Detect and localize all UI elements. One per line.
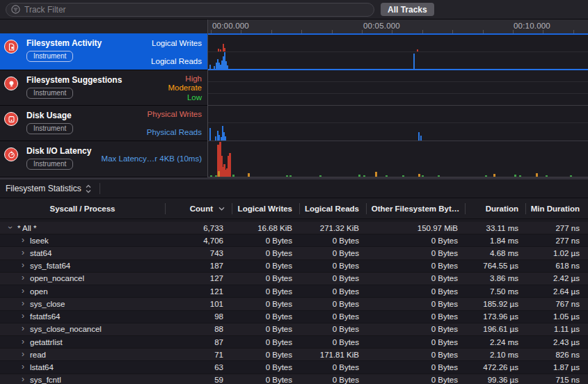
column-header-logical-writes[interactable]: Logical Writes [232, 198, 299, 218]
disclosure-icon[interactable]: › [19, 337, 26, 346]
disclosure-icon[interactable]: › [19, 323, 26, 333]
track-header-filesystem-suggestions[interactable]: Filesystem Suggestions Instrument High M… [0, 70, 207, 106]
column-header-logical-reads[interactable]: Logical Reads [299, 198, 366, 218]
cell-syscall: ›stat64 [0, 247, 165, 259]
cell-count: 87 [165, 336, 232, 348]
disclosure-icon[interactable]: › [19, 298, 26, 308]
disclosure-icon[interactable]: › [19, 235, 26, 245]
track-chart-disk-usage[interactable] [208, 106, 588, 141]
table-row[interactable]: ›fstatfs64980 Bytes0 Bytes0 Bytes173.96 … [0, 311, 588, 323]
track-header-disk-usage[interactable]: Disk Usage Instrument Physical Writes Ph… [0, 106, 207, 141]
ruler-tick-label: 00:10.000 [514, 22, 550, 30]
track-filter-field[interactable] [6, 3, 374, 17]
cell-duration: 764.55 µs [465, 260, 525, 272]
syscall-name: open_nocancel [30, 274, 84, 282]
table-row[interactable]: ›lseek4,7060 Bytes0 Bytes0 Bytes1.84 ms2… [0, 234, 588, 247]
track-chart-filesystem-activity[interactable] [208, 33, 588, 70]
lane-label-high: High [185, 74, 202, 83]
cell-logical-writes: 0 Bytes [232, 273, 299, 285]
toolbar: All Tracks [0, 0, 588, 19]
column-header-duration[interactable]: Duration [465, 198, 525, 218]
detail-panel: Filesystem Statistics Syscall / Process … [0, 177, 588, 384]
column-header-syscall-process[interactable]: Syscall / Process [0, 198, 165, 218]
lane-physical-writes[interactable] [208, 106, 588, 123]
lane-latency[interactable] [208, 141, 588, 177]
chart-spike [215, 175, 217, 177]
cell-duration: 196.61 µs [465, 323, 525, 335]
lane-logical-writes[interactable] [208, 35, 588, 52]
syscall-name: sys_fstat64 [30, 262, 70, 270]
lane-high[interactable] [208, 70, 588, 82]
cell-syscall: ›sys_close_nocancel [0, 323, 165, 335]
disclosure-icon[interactable]: › [6, 224, 15, 231]
column-header-count[interactable]: Count [165, 198, 232, 218]
table-row[interactable]: ›sys_close1010 Bytes0 Bytes0 Bytes185.92… [0, 298, 588, 310]
cell-logical-reads: 0 Bytes [299, 285, 366, 297]
chart-spike [286, 175, 288, 177]
chart-spike [218, 171, 220, 177]
lane-label-moderate: Moderate [168, 83, 202, 92]
column-header-other-filesystem-bytes[interactable]: Other Filesystem Byt… [366, 198, 465, 218]
cell-count: 121 [165, 285, 232, 297]
table-row[interactable]: ›stat647430 Bytes0 Bytes0 Bytes4.68 ms1.… [0, 247, 588, 259]
lane-moderate[interactable] [208, 82, 588, 94]
cell-other: 0 Bytes [366, 234, 465, 246]
disclosure-icon[interactable]: › [19, 260, 26, 270]
all-tracks-button[interactable]: All Tracks [381, 3, 434, 16]
chart-spike [232, 175, 235, 177]
lane-low[interactable] [208, 94, 588, 105]
table-row[interactable]: ›open_nocancel1270 Bytes0 Bytes0 Bytes3.… [0, 273, 588, 285]
disclosure-icon[interactable]: › [19, 362, 26, 371]
cell-other: 150.97 MiB [366, 222, 465, 234]
track-filter-input[interactable] [24, 5, 369, 15]
lane-physical-reads[interactable] [208, 123, 588, 141]
syscall-name: lseek [30, 237, 49, 245]
table-row[interactable]: ›sys_fcntl590 Bytes0 Bytes0 Bytes99.36 µ… [0, 374, 588, 384]
lane-label-logical-writes: Logical Writes [152, 39, 202, 47]
disclosure-icon[interactable]: › [19, 286, 26, 296]
timeline-ruler[interactable]: 00:00.000 00:05.000 00:10.000 [208, 19, 588, 33]
table-row[interactable]: ›sys_close_nocancel880 Bytes0 Bytes0 Byt… [0, 323, 588, 336]
disclosure-icon[interactable]: › [19, 349, 26, 359]
filesystem-suggestions-icon [4, 77, 18, 90]
cell-other: 0 Bytes [366, 336, 465, 348]
track-chart-disk-io-latency[interactable] [208, 141, 588, 177]
lane-label-low: Low [187, 93, 202, 102]
table-row[interactable]: ›lstat64630 Bytes0 Bytes0 Bytes472.26 µs… [0, 361, 588, 374]
table-row[interactable]: ›open1210 Bytes0 Bytes0 Bytes7.50 ms2.64… [0, 285, 588, 298]
cell-other: 0 Bytes [366, 374, 465, 384]
cell-count: 71 [165, 349, 232, 360]
disclosure-icon[interactable]: › [19, 273, 26, 282]
cell-min-duration: 1.02 µs [525, 247, 588, 259]
stats-view-selector[interactable]: Filesystem Statistics [6, 184, 81, 193]
cell-count: 101 [165, 298, 232, 310]
up-down-chevron-icon[interactable] [86, 184, 91, 193]
table-row[interactable]: ›* All *6,73316.68 KiB271.32 KiB150.97 M… [0, 222, 588, 234]
chart-spike [422, 175, 424, 177]
cell-count: 88 [165, 323, 232, 335]
track-header-disk-io-latency[interactable]: Disk I/O Latency Instrument Max Latency…… [0, 141, 207, 177]
syscall-name: * All * [17, 224, 37, 232]
cell-min-duration: 826 ns [525, 349, 588, 360]
lane-logical-reads[interactable] [208, 52, 588, 69]
instrument-badge: Instrument [26, 51, 73, 62]
cell-min-duration: 277 ns [525, 222, 588, 234]
filesystem-activity-icon [4, 40, 18, 54]
cell-duration: 2.24 ms [465, 336, 525, 348]
cell-other: 0 Bytes [366, 273, 465, 285]
table-row[interactable]: ›read710 Bytes171.81 KiB0 Bytes2.10 ms82… [0, 349, 588, 361]
disclosure-icon[interactable]: › [19, 311, 26, 321]
table-row[interactable]: ›sys_fstat641870 Bytes0 Bytes0 Bytes764.… [0, 260, 588, 273]
column-header-min-duration[interactable]: Min Duration [525, 198, 588, 218]
cell-duration: 4.68 ms [465, 247, 525, 259]
chart-spike [224, 48, 225, 51]
disclosure-icon[interactable]: › [19, 374, 26, 384]
filter-icon [11, 5, 20, 14]
track-header-filesystem-activity[interactable]: Filesystem Activity Instrument Logical W… [0, 33, 207, 70]
disclosure-icon[interactable]: › [19, 248, 26, 257]
syscall-name: getattrlist [30, 338, 63, 346]
table-row[interactable]: ›getattrlist870 Bytes0 Bytes0 Bytes2.24 … [0, 336, 588, 349]
syscall-name: stat64 [30, 249, 51, 257]
cell-count: 4,706 [165, 234, 232, 246]
track-chart-filesystem-suggestions[interactable] [208, 70, 588, 106]
